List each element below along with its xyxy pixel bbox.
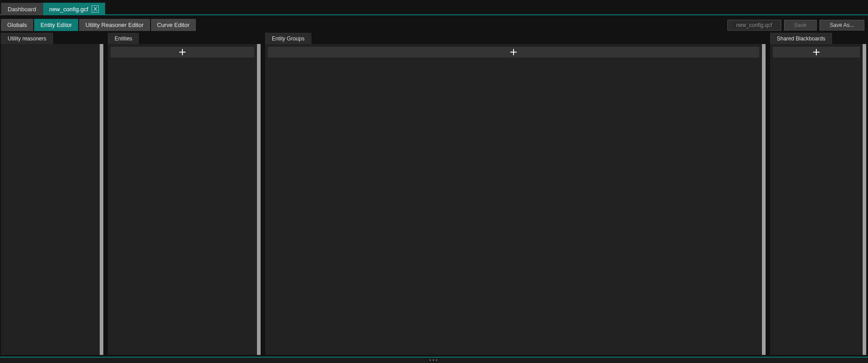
scrollbar-entity-groups[interactable] bbox=[762, 44, 766, 355]
panel-shared-blackboards: Shared Blackboards bbox=[770, 33, 866, 355]
grip-icon: ••• bbox=[430, 358, 439, 362]
mode-curve-editor[interactable]: Curve Editor bbox=[151, 19, 196, 31]
panel-content-utility-reasoners bbox=[1, 44, 100, 355]
close-tab-button[interactable]: X bbox=[92, 5, 99, 13]
add-entity-button[interactable] bbox=[111, 47, 254, 58]
tab-active-file[interactable]: new_config.gcf X bbox=[43, 3, 106, 15]
panel-body-entities bbox=[108, 44, 261, 355]
tab-active-file-label: new_config.gcf bbox=[49, 6, 89, 13]
save-button[interactable]: Save bbox=[784, 20, 817, 31]
mode-utility-reasoner-editor[interactable]: Utility Reasoner Editor bbox=[79, 19, 150, 31]
panel-content-entities bbox=[108, 44, 257, 355]
mode-globals[interactable]: Globals bbox=[1, 19, 33, 31]
panel-tab-utility-reasoners[interactable]: Utility reasoners bbox=[1, 33, 53, 44]
panel-tab-entity-groups[interactable]: Entity Groups bbox=[265, 33, 311, 44]
tab-dashboard-label: Dashboard bbox=[8, 6, 36, 13]
panel-content-entity-groups bbox=[265, 44, 762, 355]
panel-body-shared-blackboards bbox=[770, 44, 866, 355]
scrollbar-utility-reasoners[interactable] bbox=[100, 44, 103, 355]
scrollbar-entities[interactable] bbox=[257, 44, 261, 355]
panel-body-utility-reasoners bbox=[1, 44, 103, 355]
add-entity-group-button[interactable] bbox=[268, 47, 759, 58]
mode-tabs: Globals Entity Editor Utility Reasoner E… bbox=[1, 19, 196, 31]
panel-content-shared-blackboards bbox=[770, 44, 863, 355]
plus-icon bbox=[812, 48, 820, 56]
scrollbar-shared-blackboards[interactable] bbox=[863, 44, 866, 355]
panel-entities: Entities bbox=[108, 33, 261, 355]
plus-icon bbox=[178, 48, 186, 56]
add-shared-blackboard-button[interactable] bbox=[773, 47, 860, 58]
filename-input[interactable] bbox=[727, 20, 781, 31]
save-as-button[interactable]: Save As... bbox=[819, 20, 864, 31]
save-group: Save Save As... bbox=[727, 20, 866, 31]
document-tabs: Dashboard new_config.gcf X bbox=[0, 0, 868, 15]
plus-icon bbox=[509, 48, 518, 56]
bottom-splitter[interactable]: ••• bbox=[0, 357, 868, 363]
close-icon: X bbox=[94, 7, 97, 12]
panel-entity-groups: Entity Groups bbox=[265, 33, 766, 355]
panel-tab-entities[interactable]: Entities bbox=[108, 33, 139, 44]
panel-tab-shared-blackboards[interactable]: Shared Blackboards bbox=[770, 33, 832, 44]
mode-entity-editor[interactable]: Entity Editor bbox=[34, 19, 78, 31]
toolbar: Globals Entity Editor Utility Reasoner E… bbox=[0, 15, 868, 33]
panel-body-entity-groups bbox=[265, 44, 766, 355]
panel-utility-reasoners: Utility reasoners bbox=[1, 33, 103, 355]
editor-area: Utility reasoners Entities bbox=[0, 33, 868, 357]
tab-dashboard[interactable]: Dashboard bbox=[1, 3, 43, 15]
